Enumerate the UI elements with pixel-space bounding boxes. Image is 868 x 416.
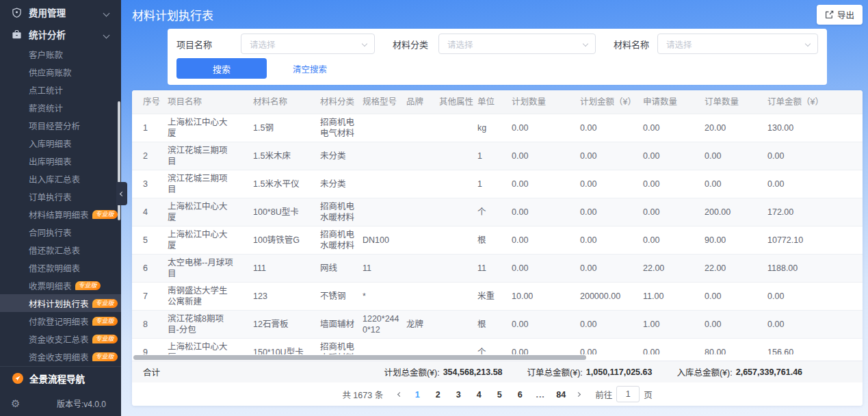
- column-header: 材料名称: [253, 90, 320, 114]
- table-cell: 22.00: [643, 255, 705, 283]
- select-placeholder: 请选择: [666, 38, 692, 51]
- sidebar-item[interactable]: 付款登记明细表专业版: [0, 312, 121, 330]
- column-header: 订单数量: [705, 90, 767, 114]
- table-cell: 111: [253, 255, 320, 283]
- filter-group: 项目名称请选择: [176, 34, 375, 54]
- table-cell: 上海松江中心大厦: [168, 114, 253, 142]
- table-cell: 2: [132, 142, 168, 170]
- sidebar-section-label: 费用管理: [29, 5, 66, 19]
- sidebar-item[interactable]: 客户账款: [0, 45, 121, 63]
- total-group: 入库总金额(¥):2,657,339,761.46: [676, 365, 802, 378]
- page-button[interactable]: 3: [453, 390, 463, 400]
- table-cell: 0.00: [512, 226, 580, 255]
- table-cell: [439, 226, 477, 255]
- page-button[interactable]: 4: [474, 390, 484, 400]
- sidebar-item[interactable]: 出入库汇总表: [0, 170, 121, 187]
- table-cell: 滨江花城三期项目: [168, 142, 253, 170]
- filter-actions: 搜索 清空搜索: [176, 58, 818, 79]
- sidebar-item[interactable]: 收票明细表专业版: [0, 276, 121, 294]
- filter-select[interactable]: 请选择: [657, 34, 818, 54]
- table-cell: 0.00: [512, 114, 580, 142]
- gear-icon[interactable]: ⚙: [11, 398, 20, 408]
- table-cell: [439, 339, 477, 355]
- sidebar-item[interactable]: 借还款汇总表: [0, 241, 121, 259]
- pro-badge: 专业版: [92, 352, 118, 361]
- filter-select[interactable]: 请选择: [241, 34, 375, 54]
- total-label: 订单总金额(¥):: [527, 365, 583, 378]
- filter-select[interactable]: 请选择: [438, 34, 596, 54]
- sidebar-item[interactable]: 出库明细表: [0, 152, 121, 170]
- clear-search-link[interactable]: 清空搜索: [293, 62, 327, 75]
- table-cell: 5: [132, 226, 168, 255]
- sidebar-item[interactable]: 资金收支明细表专业版: [0, 348, 121, 365]
- page-ellipsis[interactable]: ...: [536, 390, 545, 400]
- table-cell: 上海松江中心大厦: [168, 198, 253, 226]
- horizontal-scrollbar-thumb[interactable]: [133, 355, 586, 360]
- filter-panel: 项目名称请选择材料分类请选择材料名称请选择 搜索 清空搜索: [168, 29, 827, 85]
- export-button[interactable]: 导出: [817, 5, 863, 25]
- summary-label: 合计: [132, 365, 160, 378]
- column-header: 单位: [477, 90, 512, 114]
- next-page-button[interactable]: [577, 393, 580, 396]
- table-cell: 墙面辅材: [320, 311, 363, 339]
- table-cell: [406, 339, 439, 355]
- search-button[interactable]: 搜索: [176, 58, 267, 79]
- table-cell: [406, 198, 439, 226]
- filter-label: 材料名称: [614, 38, 649, 51]
- sidebar-item[interactable]: 合同执行表: [0, 223, 121, 241]
- table-cell: 0.00: [512, 255, 580, 283]
- sidebar-item[interactable]: 项目经营分析: [0, 116, 121, 134]
- sidebar-section-expense[interactable]: 费用管理: [0, 1, 121, 23]
- sidebar-section-statistics[interactable]: 统计分析: [0, 23, 121, 45]
- pagination-total: 共 1673 条: [342, 388, 383, 401]
- chevron-down-icon: [805, 41, 811, 47]
- page-button[interactable]: 1: [412, 390, 422, 400]
- column-header: 项目名称: [168, 90, 253, 114]
- sidebar-item-label: 付款登记明细表: [29, 315, 89, 328]
- data-table: 序号项目名称材料名称材料分类规格型号品牌其他属性单位计划数量计划金额（¥）申请数…: [132, 90, 863, 354]
- page-input[interactable]: [616, 386, 640, 402]
- goto-label: 前往: [595, 388, 612, 401]
- page-button[interactable]: 84: [556, 390, 566, 400]
- sidebar-item[interactable]: 供应商账款: [0, 63, 121, 81]
- sidebar-item[interactable]: 资金收支汇总表专业版: [0, 330, 121, 348]
- table-cell: 3: [132, 170, 168, 198]
- table-cell: [406, 283, 439, 311]
- table-cell: 根: [477, 311, 512, 339]
- table-cell: 0.00: [767, 311, 863, 339]
- table-cell: 0.00: [643, 170, 705, 198]
- table-cell: 0.00: [512, 142, 580, 170]
- page-button[interactable]: 2: [433, 390, 443, 400]
- sidebar-item[interactable]: 入库明细表: [0, 134, 121, 152]
- sidebar-item[interactable]: 薪资统计: [0, 99, 121, 116]
- sidebar-item[interactable]: 材料结算明细表专业版: [0, 205, 121, 223]
- chevron-down-icon: [104, 8, 109, 18]
- table-cell: 0.00: [705, 283, 767, 311]
- column-header: 材料分类: [320, 90, 363, 114]
- page-button[interactable]: 5: [495, 390, 504, 400]
- sidebar-item[interactable]: 订单执行表: [0, 187, 121, 205]
- table-row: 7南钢盛达大学生公寓新建123不锈钢*米重10.00200000.0011.00…: [132, 283, 863, 311]
- table-cell: 南钢盛达大学生公寓新建: [168, 283, 253, 311]
- prev-page-button[interactable]: [398, 393, 402, 396]
- sidebar-collapse-button[interactable]: [116, 182, 127, 205]
- page-buttons: 123456...84: [407, 389, 571, 400]
- column-header: 序号: [132, 90, 168, 114]
- sidebar-item[interactable]: 借还款明细表: [0, 259, 121, 276]
- select-placeholder: 请选择: [250, 38, 276, 51]
- table-cell: 0.00: [580, 170, 643, 198]
- sidebar-item[interactable]: 点工统计: [0, 81, 121, 99]
- sidebar-item[interactable]: 材料计划执行表专业版: [0, 294, 121, 312]
- table-cell: [439, 114, 477, 142]
- page-button[interactable]: 6: [515, 390, 525, 400]
- table-cell: [363, 170, 406, 198]
- table-row: 1上海松江中心大厦1.5钢招商机电 电气材料kg0.000.000.0020.0…: [132, 114, 863, 142]
- total-value: 354,568,213.58: [443, 367, 503, 377]
- pro-badge: 专业版: [92, 317, 118, 326]
- table-cell: 1.5米水平仪: [253, 170, 320, 198]
- total-group: 订单总金额(¥):1,050,117,025.63: [527, 365, 653, 378]
- table-cell: 1.5米木床: [253, 142, 320, 170]
- sidebar-item-label: 客户账款: [29, 48, 63, 61]
- table-cell: 1188.00: [767, 255, 863, 283]
- sidebar-item-panorama-nav[interactable]: 全景流程导航: [0, 367, 121, 390]
